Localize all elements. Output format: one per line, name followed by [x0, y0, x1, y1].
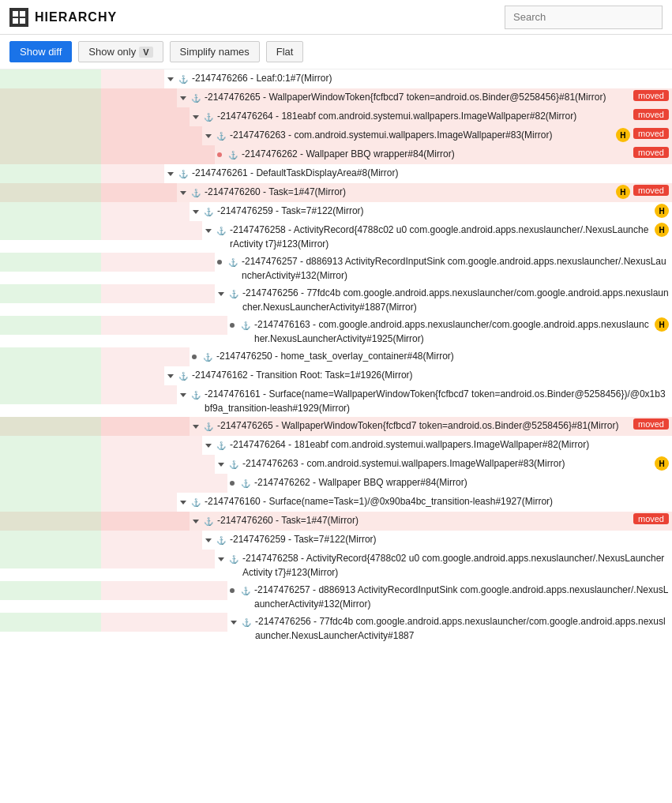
- collapse-button[interactable]: [215, 287, 227, 300]
- tree-row[interactable]: ⚓-2147476259 - Task=7#122(Mirror)H: [0, 202, 672, 221]
- tree-row[interactable]: ⚓-2147476258 - ActivityRecord{4788c02 u0…: [0, 221, 672, 253]
- node-label: -2147476258 - ActivityRecord{4788c02 u0 …: [230, 223, 651, 251]
- indent-col: [101, 493, 114, 512]
- indent-col: [76, 493, 88, 512]
- collapse-button[interactable]: [164, 370, 177, 382]
- node-label: -2147476256 - 77fdc4b com.google.android…: [255, 614, 669, 643]
- svg-rect-0: [13, 11, 18, 17]
- indent-col: [101, 613, 114, 632]
- collapse-button[interactable]: [190, 205, 202, 218]
- tree-row[interactable]: ⚓-2147476261 - DefaultTaskDisplayArea#8(…: [0, 164, 672, 183]
- indent-col: [152, 107, 164, 126]
- show-only-button[interactable]: Show only V: [78, 41, 163, 62]
- collapse-button[interactable]: [202, 224, 215, 237]
- tree-row[interactable]: ⚓-2147476257 - d886913 ActivityRecordInp…: [0, 253, 672, 284]
- indent-col: [114, 202, 126, 221]
- collapse-button[interactable]: [190, 420, 202, 433]
- node-icon: ⚓: [202, 111, 215, 123]
- collapse-button[interactable]: [190, 515, 202, 527]
- collapse-button[interactable]: [164, 167, 177, 180]
- indent-col: [63, 455, 76, 474]
- indent-col: [76, 316, 88, 335]
- tree-row[interactable]: ⚓-2147476160 - Surface(name=Task=1)/@0x9…: [0, 493, 672, 512]
- collapse-button[interactable]: [202, 439, 215, 452]
- node-label: -2147476256 - 77fdc4b com.google.android…: [242, 286, 669, 314]
- collapse-button[interactable]: [202, 129, 215, 142]
- indent-col: [13, 145, 25, 164]
- node-icon: ⚓: [239, 584, 252, 597]
- indent-col: [88, 183, 101, 202]
- tree-row[interactable]: ⚓-2147476259 - Task=7#122(Mirror): [0, 531, 672, 550]
- tree-row[interactable]: ⚓-2147476262 - Wallpaper BBQ wrapper#84(…: [0, 474, 672, 493]
- row-content: ⚓-2147476257 - d886913 ActivityRecordInp…: [215, 253, 672, 284]
- tree-row[interactable]: ⚓-2147476263 - com.android.systemui.wall…: [0, 126, 672, 145]
- h-badge: H: [655, 456, 669, 471]
- row-content: ⚓-2147476256 - 77fdc4b com.google.androi…: [227, 613, 672, 644]
- tree-row[interactable]: ⚓-2147476265 - WallpaperWindowToken{fcfb…: [0, 417, 672, 436]
- tree-row[interactable]: ⚓-2147476264 - 181eabf com.android.syste…: [0, 107, 672, 126]
- indent-col: [126, 347, 139, 366]
- indent-col: [25, 436, 38, 455]
- indent-col: [13, 284, 25, 303]
- tree-row[interactable]: ⚓-2147476258 - ActivityRecord{4788c02 u0…: [0, 550, 672, 581]
- svg-marker-21: [218, 557, 224, 561]
- indent-col: [63, 347, 76, 366]
- collapse-button[interactable]: [177, 388, 190, 401]
- tree-row[interactable]: ⚓-2147476162 - Transition Root: Task=1#1…: [0, 366, 672, 385]
- row-content: ⚓-2147476265 - WallpaperWindowToken{fcfb…: [190, 417, 672, 434]
- indent-col: [51, 455, 63, 474]
- tree-row[interactable]: ⚓-2147476264 - 181eabf com.android.syste…: [0, 436, 672, 455]
- search-input[interactable]: [505, 6, 663, 29]
- tree-row[interactable]: ⚓-2147476266 - Leaf:0:1#7(Mirror): [0, 69, 672, 88]
- indent-col: [25, 316, 38, 335]
- indent-col: [101, 253, 114, 272]
- collapse-button[interactable]: [215, 458, 227, 471]
- row-content: ⚓-2147476259 - Task=7#122(Mirror): [202, 531, 672, 548]
- tree-row[interactable]: ⚓-2147476260 - Task=1#47(Mirror)moved: [0, 512, 672, 531]
- collapse-button[interactable]: [177, 496, 190, 508]
- indent-col: [202, 316, 215, 335]
- flat-button[interactable]: Flat: [266, 41, 304, 62]
- tree-row[interactable]: ⚓-2147476262 - Wallpaper BBQ wrapper#84(…: [0, 145, 672, 164]
- indent-col: [63, 183, 76, 202]
- indent-col: [13, 385, 25, 404]
- tree-container[interactable]: ⚓-2147476266 - Leaf:0:1#7(Mirror)⚓-21474…: [0, 69, 672, 801]
- tree-row[interactable]: ⚓-2147476260 - Task=1#47(Mirror)Hmoved: [0, 183, 672, 202]
- collapse-button[interactable]: [215, 553, 227, 565]
- tree-row[interactable]: ⚓-2147476161 - Surface(name=WallpaperWin…: [0, 385, 672, 417]
- tree-row[interactable]: ⚓-2147476256 - 77fdc4b com.google.androi…: [0, 613, 672, 644]
- indent-col: [76, 613, 88, 632]
- indent-col: [164, 126, 177, 145]
- indent-col: [25, 347, 38, 366]
- collapse-button[interactable]: [164, 73, 177, 85]
- collapse-button[interactable]: [202, 534, 215, 546]
- indent-col: [177, 613, 190, 632]
- indent-col: [76, 455, 88, 474]
- collapse-button[interactable]: [227, 616, 240, 629]
- indent-col: [164, 436, 177, 455]
- indent-col: [76, 436, 88, 455]
- indent-col: [38, 436, 51, 455]
- indent-col: [139, 613, 152, 632]
- indent-col: [114, 385, 126, 404]
- simplify-names-button[interactable]: Simplify names: [170, 41, 260, 62]
- indent-col: [202, 613, 215, 632]
- indent-col: [76, 284, 88, 303]
- tree-row[interactable]: ⚓-2147476257 - d886913 ActivityRecordInp…: [0, 581, 672, 613]
- node-icon: ⚓: [227, 287, 240, 300]
- collapse-button[interactable]: [177, 92, 190, 104]
- tree-row[interactable]: ⚓-2147476265 - WallpaperWindowToken{fcfb…: [0, 88, 672, 107]
- node-label: -2147476260 - Task=1#47(Mirror): [217, 513, 630, 527]
- tree-row[interactable]: ⚓-2147476250 - home_task_overlay_contain…: [0, 347, 672, 366]
- indent-cols: [0, 581, 227, 600]
- node-label: -2147476257 - d886913 ActivityRecordInpu…: [242, 254, 669, 283]
- indent-col: [88, 284, 101, 303]
- indent-col: [114, 455, 126, 474]
- show-diff-button[interactable]: Show diff: [9, 41, 72, 62]
- tree-row[interactable]: ⚓-2147476263 - com.android.systemui.wall…: [0, 455, 672, 474]
- collapse-button[interactable]: [190, 111, 202, 123]
- indent-col: [114, 531, 126, 550]
- collapse-button[interactable]: [177, 186, 190, 199]
- tree-row[interactable]: ⚓-2147476256 - 77fdc4b com.google.androi…: [0, 284, 672, 316]
- tree-row[interactable]: ⚓-2147476163 - com.google.android.apps.n…: [0, 316, 672, 347]
